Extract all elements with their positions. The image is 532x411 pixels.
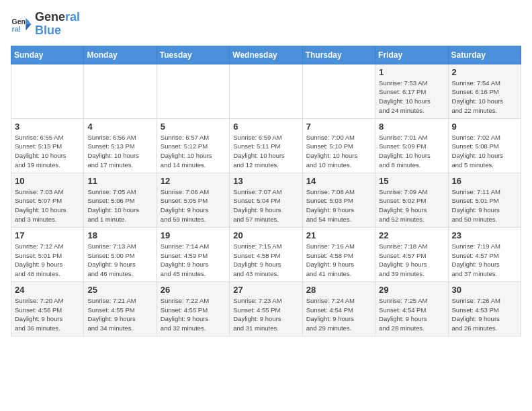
day-detail: Sunrise: 7:05 AMSunset: 5:06 PMDaylight:… <box>87 187 152 224</box>
day-detail: Sunrise: 7:09 AMSunset: 5:02 PMDaylight:… <box>379 187 444 224</box>
day-detail: Sunrise: 6:55 AMSunset: 5:15 PMDaylight:… <box>15 133 80 170</box>
calendar-cell: 15Sunrise: 7:09 AMSunset: 5:02 PMDayligh… <box>375 173 448 227</box>
day-number: 13 <box>233 176 298 186</box>
calendar-cell: 3Sunrise: 6:55 AMSunset: 5:15 PMDaylight… <box>11 118 84 173</box>
calendar-cell: 13Sunrise: 7:07 AMSunset: 5:04 PMDayligh… <box>230 173 302 227</box>
calendar-cell: 27Sunrise: 7:23 AMSunset: 4:55 PMDayligh… <box>230 281 302 336</box>
calendar-cell: 11Sunrise: 7:05 AMSunset: 5:06 PMDayligh… <box>84 173 157 227</box>
calendar-cell: 22Sunrise: 7:18 AMSunset: 4:57 PMDayligh… <box>375 227 448 281</box>
svg-text:ral: ral <box>12 26 21 33</box>
calendar-cell: 9Sunrise: 7:02 AMSunset: 5:08 PMDaylight… <box>448 118 521 173</box>
day-number: 16 <box>452 176 517 186</box>
calendar-week-2: 10Sunrise: 7:03 AMSunset: 5:07 PMDayligh… <box>11 173 521 227</box>
day-number: 19 <box>161 230 226 240</box>
day-number: 18 <box>87 230 152 240</box>
day-number: 22 <box>379 230 444 240</box>
day-number: 7 <box>306 122 371 132</box>
logo-icon: Gene ral <box>11 13 32 35</box>
day-detail: Sunrise: 7:03 AMSunset: 5:07 PMDaylight:… <box>15 187 80 224</box>
calendar-cell: 8Sunrise: 7:01 AMSunset: 5:09 PMDaylight… <box>375 118 448 173</box>
day-number: 25 <box>87 285 152 295</box>
calendar-cell: 28Sunrise: 7:24 AMSunset: 4:54 PMDayligh… <box>302 281 375 336</box>
logo: Gene ral General Blue <box>11 11 80 38</box>
svg-marker-3 <box>26 24 31 31</box>
calendar-cell: 21Sunrise: 7:16 AMSunset: 4:58 PMDayligh… <box>302 227 375 281</box>
day-number: 9 <box>452 122 517 132</box>
day-detail: Sunrise: 7:08 AMSunset: 5:03 PMDaylight:… <box>306 187 371 224</box>
calendar-cell: 30Sunrise: 7:26 AMSunset: 4:53 PMDayligh… <box>448 281 521 336</box>
day-detail: Sunrise: 7:06 AMSunset: 5:05 PMDaylight:… <box>161 187 226 224</box>
calendar-cell: 2Sunrise: 7:54 AMSunset: 6:16 PMDaylight… <box>448 64 521 118</box>
day-number: 14 <box>306 176 371 186</box>
day-detail: Sunrise: 7:25 AMSunset: 4:54 PMDaylight:… <box>379 296 444 333</box>
calendar-cell: 19Sunrise: 7:14 AMSunset: 4:59 PMDayligh… <box>157 227 229 281</box>
weekday-header-saturday: Saturday <box>448 46 521 64</box>
calendar-cell: 6Sunrise: 6:59 AMSunset: 5:11 PMDaylight… <box>230 118 302 173</box>
weekday-header-friday: Friday <box>375 46 448 64</box>
calendar-cell: 20Sunrise: 7:15 AMSunset: 4:58 PMDayligh… <box>230 227 302 281</box>
day-number: 1 <box>379 67 444 77</box>
calendar-cell <box>302 64 375 118</box>
page-header: Gene ral General Blue <box>11 11 521 38</box>
day-detail: Sunrise: 7:07 AMSunset: 5:04 PMDaylight:… <box>233 187 298 224</box>
day-detail: Sunrise: 7:22 AMSunset: 4:55 PMDaylight:… <box>161 296 226 333</box>
day-number: 23 <box>452 230 517 240</box>
calendar-table: SundayMondayTuesdayWednesdayThursdayFrid… <box>11 46 521 336</box>
calendar-cell: 12Sunrise: 7:06 AMSunset: 5:05 PMDayligh… <box>157 173 229 227</box>
calendar-cell: 18Sunrise: 7:13 AMSunset: 5:00 PMDayligh… <box>84 227 157 281</box>
day-number: 5 <box>161 122 226 132</box>
calendar-cell: 1Sunrise: 7:53 AMSunset: 6:17 PMDaylight… <box>375 64 448 118</box>
day-number: 4 <box>87 122 152 132</box>
day-number: 30 <box>452 285 517 295</box>
day-detail: Sunrise: 7:18 AMSunset: 4:57 PMDaylight:… <box>379 242 444 279</box>
day-detail: Sunrise: 7:02 AMSunset: 5:08 PMDaylight:… <box>452 133 517 170</box>
calendar-cell: 7Sunrise: 7:00 AMSunset: 5:10 PMDaylight… <box>302 118 375 173</box>
calendar-week-3: 17Sunrise: 7:12 AMSunset: 5:01 PMDayligh… <box>11 227 521 281</box>
day-detail: Sunrise: 7:15 AMSunset: 4:58 PMDaylight:… <box>233 242 298 279</box>
day-detail: Sunrise: 7:54 AMSunset: 6:16 PMDaylight:… <box>452 79 517 116</box>
day-number: 24 <box>15 285 80 295</box>
calendar-cell: 16Sunrise: 7:11 AMSunset: 5:01 PMDayligh… <box>448 173 521 227</box>
logo-text-line1: General <box>35 11 80 24</box>
calendar-cell: 26Sunrise: 7:22 AMSunset: 4:55 PMDayligh… <box>157 281 229 336</box>
day-detail: Sunrise: 6:56 AMSunset: 5:13 PMDaylight:… <box>87 133 152 170</box>
day-number: 6 <box>233 122 298 132</box>
day-detail: Sunrise: 7:11 AMSunset: 5:01 PMDaylight:… <box>452 187 517 224</box>
calendar-cell <box>157 64 229 118</box>
day-number: 8 <box>379 122 444 132</box>
weekday-header-sunday: Sunday <box>11 46 84 64</box>
day-detail: Sunrise: 7:24 AMSunset: 4:54 PMDaylight:… <box>306 296 371 333</box>
day-detail: Sunrise: 7:21 AMSunset: 4:55 PMDaylight:… <box>87 296 152 333</box>
logo-text-line2: Blue <box>35 24 80 38</box>
day-number: 12 <box>161 176 226 186</box>
day-detail: Sunrise: 7:53 AMSunset: 6:17 PMDaylight:… <box>379 79 444 116</box>
day-detail: Sunrise: 7:26 AMSunset: 4:53 PMDaylight:… <box>452 296 517 333</box>
day-number: 26 <box>161 285 226 295</box>
day-number: 2 <box>452 67 517 77</box>
day-number: 17 <box>15 230 80 240</box>
day-number: 21 <box>306 230 371 240</box>
day-number: 29 <box>379 285 444 295</box>
day-number: 28 <box>306 285 371 295</box>
day-number: 20 <box>233 230 298 240</box>
day-number: 11 <box>87 176 152 186</box>
calendar-cell: 23Sunrise: 7:19 AMSunset: 4:57 PMDayligh… <box>448 227 521 281</box>
day-number: 10 <box>15 176 80 186</box>
weekday-header-tuesday: Tuesday <box>157 46 229 64</box>
day-detail: Sunrise: 7:16 AMSunset: 4:58 PMDaylight:… <box>306 242 371 279</box>
calendar-cell: 5Sunrise: 6:57 AMSunset: 5:12 PMDaylight… <box>157 118 229 173</box>
calendar-cell: 29Sunrise: 7:25 AMSunset: 4:54 PMDayligh… <box>375 281 448 336</box>
day-detail: Sunrise: 7:13 AMSunset: 5:00 PMDaylight:… <box>87 242 152 279</box>
calendar-cell <box>84 64 157 118</box>
day-number: 15 <box>379 176 444 186</box>
day-detail: Sunrise: 7:20 AMSunset: 4:56 PMDaylight:… <box>15 296 80 333</box>
calendar-week-4: 24Sunrise: 7:20 AMSunset: 4:56 PMDayligh… <box>11 281 521 336</box>
day-detail: Sunrise: 7:12 AMSunset: 5:01 PMDaylight:… <box>15 242 80 279</box>
day-detail: Sunrise: 7:14 AMSunset: 4:59 PMDaylight:… <box>161 242 226 279</box>
weekday-header-row: SundayMondayTuesdayWednesdayThursdayFrid… <box>11 46 521 64</box>
day-number: 27 <box>233 285 298 295</box>
calendar-cell: 17Sunrise: 7:12 AMSunset: 5:01 PMDayligh… <box>11 227 84 281</box>
day-detail: Sunrise: 7:19 AMSunset: 4:57 PMDaylight:… <box>452 242 517 279</box>
day-detail: Sunrise: 6:59 AMSunset: 5:11 PMDaylight:… <box>233 133 298 170</box>
day-detail: Sunrise: 7:00 AMSunset: 5:10 PMDaylight:… <box>306 133 371 170</box>
